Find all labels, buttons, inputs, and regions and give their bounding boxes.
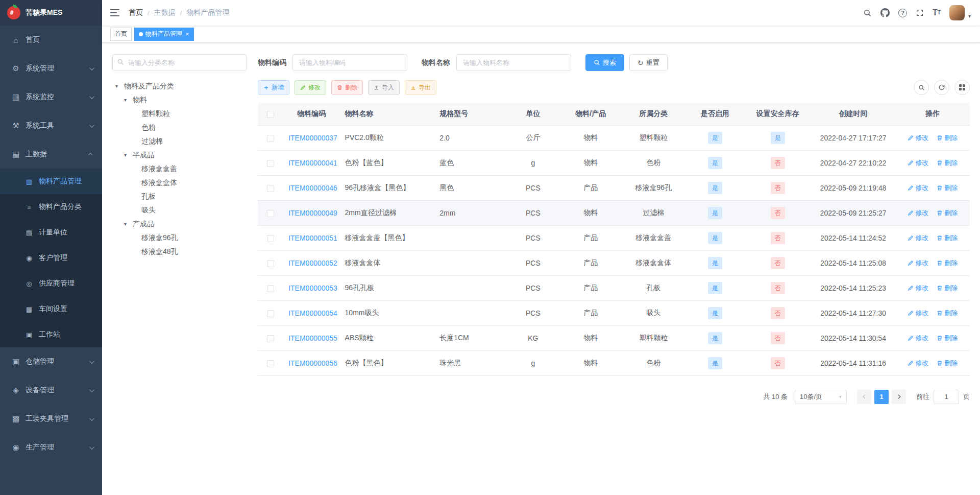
tab[interactable]: 首页 bbox=[110, 28, 132, 41]
edit-link[interactable]: 修改 bbox=[908, 208, 928, 218]
item-code-link[interactable]: ITEM00000052 bbox=[288, 259, 337, 267]
delete-link[interactable]: 删除 bbox=[937, 359, 958, 368]
sidebar-item-workstation[interactable]: ▣ 工作站 bbox=[0, 322, 102, 347]
sidebar-item-production-manage[interactable]: ◉ 生产管理 bbox=[0, 433, 102, 462]
tree-node[interactable]: ▾物料及产品分类 bbox=[112, 79, 247, 93]
sidebar-item-measure-unit[interactable]: ▤ 计量单位 bbox=[0, 220, 102, 245]
edit-link[interactable]: 修改 bbox=[908, 183, 928, 193]
item-code-link[interactable]: ITEM00000051 bbox=[288, 234, 337, 242]
item-code-link[interactable]: ITEM00000054 bbox=[288, 309, 337, 317]
tree-caret-icon[interactable]: ▾ bbox=[124, 221, 133, 227]
tree-node[interactable]: 移液盒96孔 bbox=[112, 231, 247, 245]
row-checkbox[interactable] bbox=[267, 210, 274, 217]
goto-page-input[interactable] bbox=[934, 390, 959, 404]
item-code-link[interactable]: ITEM00000046 bbox=[288, 184, 337, 192]
row-checkbox[interactable] bbox=[267, 160, 274, 167]
row-checkbox[interactable] bbox=[267, 310, 274, 317]
table-row[interactable]: ITEM00000041 色粉【蓝色】 蓝色 g 物料 色粉 是 否 2022-… bbox=[258, 150, 970, 175]
tab-close-icon[interactable]: × bbox=[185, 31, 189, 37]
sidebar-item-home[interactable]: ⌂ 首页 bbox=[0, 26, 102, 54]
avatar[interactable] bbox=[949, 5, 965, 20]
table-row[interactable]: ITEM00000049 2mm直径过滤棉 2mm PCS 物料 过滤棉 是 否… bbox=[258, 200, 970, 225]
table-row[interactable]: ITEM00000056 色粉【黑色】 珠光黑 g 物料 色粉 是 否 2022… bbox=[258, 350, 970, 375]
sidebar-item-item-product-manage[interactable]: ▥ 物料产品管理 bbox=[0, 169, 102, 194]
tree-caret-icon[interactable]: ▾ bbox=[115, 83, 124, 89]
sidebar-item-warehouse-manage[interactable]: ▣ 仓储管理 bbox=[0, 347, 102, 376]
page-size-select[interactable]: 10条/页 ▾ bbox=[795, 390, 847, 404]
delete-link[interactable]: 删除 bbox=[937, 158, 958, 168]
edit-link[interactable]: 修改 bbox=[908, 258, 928, 268]
app-logo[interactable]: 苦糖果MES bbox=[0, 0, 102, 26]
help-icon[interactable]: ? bbox=[898, 9, 907, 17]
table-row[interactable]: ITEM00000051 移液盒盒盖【黑色】 PCS 产品 移液盒盒盖 是 否 … bbox=[258, 225, 970, 250]
delete-link[interactable]: 删除 bbox=[937, 183, 958, 193]
export-button[interactable]: 导出 bbox=[405, 80, 436, 95]
row-checkbox[interactable] bbox=[267, 185, 274, 192]
toggle-search-icon[interactable] bbox=[914, 80, 929, 95]
sidebar-item-customer-manage[interactable]: ◉ 客户管理 bbox=[0, 245, 102, 271]
tree-node[interactable]: ▾产成品 bbox=[112, 217, 247, 231]
category-search-input[interactable] bbox=[112, 54, 247, 71]
item-code-link[interactable]: ITEM00000053 bbox=[288, 284, 337, 292]
fullscreen-icon[interactable] bbox=[916, 9, 924, 17]
font-size-icon[interactable]: TT bbox=[933, 9, 941, 17]
item-code-link[interactable]: ITEM00000055 bbox=[288, 334, 337, 342]
import-button[interactable]: 导入 bbox=[368, 80, 400, 95]
columns-icon[interactable] bbox=[954, 80, 970, 95]
row-checkbox[interactable] bbox=[267, 260, 274, 267]
sidebar-item-master-data[interactable]: ▤ 主数据 bbox=[0, 140, 102, 169]
item-code-link[interactable]: ITEM00000041 bbox=[288, 159, 337, 167]
delete-link[interactable]: 删除 bbox=[937, 334, 958, 343]
tree-node[interactable]: ▾半成品 bbox=[112, 148, 247, 162]
edit-button[interactable]: 修改 bbox=[295, 80, 326, 95]
sidebar-item-system-admin[interactable]: ⚙ 系统管理 bbox=[0, 54, 102, 83]
github-icon[interactable] bbox=[880, 8, 890, 17]
sidebar-item-workshop-setting[interactable]: ▦ 车间设置 bbox=[0, 296, 102, 322]
next-page-button[interactable] bbox=[892, 390, 906, 404]
sidebar-item-item-product-category[interactable]: ≡ 物料产品分类 bbox=[0, 194, 102, 220]
tree-caret-icon[interactable]: ▾ bbox=[124, 97, 133, 103]
edit-link[interactable]: 修改 bbox=[908, 309, 928, 318]
sidebar-item-fixture-manage[interactable]: ▩ 工装夹具管理 bbox=[0, 405, 102, 433]
row-checkbox[interactable] bbox=[267, 360, 274, 367]
refresh-icon[interactable] bbox=[934, 80, 949, 95]
delete-link[interactable]: 删除 bbox=[937, 233, 958, 243]
row-checkbox[interactable] bbox=[267, 285, 274, 292]
delete-link[interactable]: 删除 bbox=[937, 133, 958, 143]
edit-link[interactable]: 修改 bbox=[908, 133, 928, 143]
caret-down-icon[interactable]: ▾ bbox=[968, 13, 971, 19]
row-checkbox[interactable] bbox=[267, 135, 274, 142]
item-code-link[interactable]: ITEM00000049 bbox=[288, 209, 337, 217]
tree-node[interactable]: 塑料颗粒 bbox=[112, 107, 247, 121]
tree-node[interactable]: ▾物料 bbox=[112, 93, 247, 107]
search-icon[interactable] bbox=[863, 9, 872, 17]
tree-node[interactable]: 过滤棉 bbox=[112, 134, 247, 148]
table-row[interactable]: ITEM00000037 PVC2.0颗粒 2.0 公斤 物料 塑料颗粒 是 是… bbox=[258, 125, 970, 150]
sidebar-item-supplier-manage[interactable]: ◎ 供应商管理 bbox=[0, 271, 102, 296]
row-checkbox[interactable] bbox=[267, 235, 274, 242]
tree-node[interactable]: 移液盒盒盖 bbox=[112, 162, 247, 176]
delete-link[interactable]: 删除 bbox=[937, 258, 958, 268]
item-name-input[interactable] bbox=[456, 54, 571, 71]
delete-button[interactable]: 删除 bbox=[331, 80, 363, 95]
table-row[interactable]: ITEM00000053 96孔孔板 PCS 产品 孔板 是 否 2022-05… bbox=[258, 275, 970, 300]
delete-link[interactable]: 删除 bbox=[937, 284, 958, 293]
reset-button[interactable]: ↻ 重置 bbox=[629, 54, 668, 71]
tree-node[interactable]: 色粉 bbox=[112, 121, 247, 134]
select-all-checkbox[interactable] bbox=[267, 111, 274, 118]
table-row[interactable]: ITEM00000052 移液盒盒体 PCS 产品 移液盒盒体 是 否 2022… bbox=[258, 250, 970, 275]
tab[interactable]: 物料产品管理 × bbox=[134, 28, 194, 41]
edit-link[interactable]: 修改 bbox=[908, 233, 928, 243]
edit-link[interactable]: 修改 bbox=[908, 359, 928, 368]
tree-node[interactable]: 孔板 bbox=[112, 190, 247, 203]
tree-node[interactable]: 吸头 bbox=[112, 203, 247, 217]
hamburger-icon[interactable] bbox=[110, 9, 119, 16]
sidebar-item-system-monitor[interactable]: ▥ 系统监控 bbox=[0, 83, 102, 111]
add-button[interactable]: 新增 bbox=[258, 80, 289, 95]
item-code-link[interactable]: ITEM00000037 bbox=[288, 134, 337, 142]
search-button[interactable]: 搜索 bbox=[585, 54, 624, 71]
edit-link[interactable]: 修改 bbox=[908, 334, 928, 343]
tree-node[interactable]: 移液盒盒体 bbox=[112, 176, 247, 190]
tree-caret-icon[interactable]: ▾ bbox=[124, 152, 133, 158]
item-code-input[interactable] bbox=[292, 54, 407, 71]
